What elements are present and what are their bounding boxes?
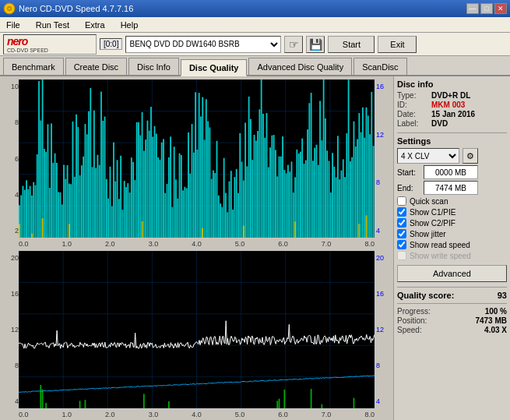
menu-help[interactable]: Help (118, 19, 142, 31)
quick-scan-checkbox[interactable] (397, 196, 406, 206)
show-c2-pif-row: Show C2/PIF (397, 218, 507, 228)
start-row: Start: 0000 MB (397, 165, 507, 179)
show-c2-pif-checkbox[interactable] (397, 218, 406, 228)
show-c2-pif-label: Show C2/PIF (410, 219, 455, 228)
progress-value: 100 % (485, 307, 507, 316)
drive-dropdown[interactable]: BENQ DVD DD DW1640 BSRB (125, 36, 281, 53)
tab-scan-disc[interactable]: ScanDisc (353, 58, 406, 75)
speed-label: Speed: (397, 326, 422, 334)
start-button[interactable]: Start (328, 36, 375, 53)
top-y-axis-right: 161284 (375, 79, 390, 238)
nero-logo: nero CD-DVD SPEED (3, 34, 97, 55)
quality-score-value: 93 (498, 291, 507, 300)
bottom-chart (19, 251, 375, 408)
disc-info-title: Disc info (397, 79, 507, 89)
disc-id-label: ID: (397, 101, 428, 109)
show-read-speed-row: Show read speed (397, 240, 507, 249)
disc-date-row: Date: 15 Jan 2016 (397, 110, 507, 118)
title-text: Nero CD-DVD Speed 4.7.7.16 (19, 4, 133, 13)
fingerprint-button[interactable]: ☞ (284, 36, 303, 53)
tab-advanced-disc-quality[interactable]: Advanced Disc Quality (248, 58, 352, 75)
position-label: Position: (397, 316, 427, 325)
end-row: End: (397, 181, 507, 195)
tab-disc-quality[interactable]: Disc Quality (181, 59, 248, 76)
show-read-speed-label: Show read speed (410, 241, 470, 249)
nero-product: CD-DVD SPEED (7, 48, 48, 53)
show-jitter-row: Show jitter (397, 229, 507, 238)
app-icon (3, 2, 16, 15)
quality-score-label: Quality score: (397, 291, 454, 300)
quality-score-row: Quality score: 93 (397, 291, 507, 300)
bottom-x-axis: 0.01.02.03.04.05.06.07.08.0 (3, 411, 390, 418)
bottom-y-axis-left: 20161284 (3, 251, 19, 408)
tab-create-disc[interactable]: Create Disc (65, 58, 127, 75)
quick-scan-row: Quick scan (397, 196, 507, 206)
drive-label: [0:0] (100, 38, 122, 50)
disc-type-row: Type: DVD+R DL (397, 91, 507, 100)
progress-label: Progress: (397, 307, 431, 316)
nero-brand: nero (7, 35, 48, 48)
show-jitter-checkbox[interactable] (397, 229, 406, 238)
position-row: Position: 7473 MB (397, 316, 507, 325)
show-c1-pie-checkbox[interactable] (397, 207, 406, 217)
exit-button[interactable]: Exit (378, 36, 417, 53)
disc-info-section: Disc info Type: DVD+R DL ID: MKM 003 Dat… (397, 79, 507, 128)
main-content: 108642 161284 0.01.02.03.04.05.06.07.08.… (0, 76, 510, 420)
save-button[interactable]: 💾 (306, 36, 325, 53)
show-c1-pie-label: Show C1/PIE (410, 208, 455, 217)
speed-row: 4 X CLV ⚙ (397, 148, 507, 164)
disc-type-label: Type: (397, 91, 428, 100)
tabs: Benchmark Create Disc Disc Info Disc Qua… (0, 56, 510, 76)
disc-label-value: DVD (431, 119, 448, 128)
disc-id-row: ID: MKM 003 (397, 101, 507, 109)
start-input[interactable]: 0000 MB (424, 165, 478, 179)
menu-run-test[interactable]: Run Test (33, 19, 72, 31)
svg-point-2 (9, 8, 11, 10)
advanced-button[interactable]: Advanced (397, 265, 507, 282)
settings-section: Settings 4 X CLV ⚙ Start: 0000 MB End: Q… (397, 136, 507, 282)
start-label: Start: (397, 168, 420, 177)
quick-scan-label: Quick scan (410, 197, 448, 206)
disc-id-value: MKM 003 (431, 101, 465, 109)
disc-label-label: Label: (397, 119, 428, 128)
settings-icon-button[interactable]: ⚙ (463, 148, 478, 164)
show-write-speed-row: Show write speed (397, 251, 507, 260)
end-input[interactable] (424, 181, 478, 195)
progress-row: Progress: 100 % (397, 307, 507, 316)
top-chart (19, 79, 375, 238)
disc-date-label: Date: (397, 110, 428, 118)
divider-2 (397, 287, 507, 288)
show-write-speed-checkbox[interactable] (397, 251, 406, 260)
tab-benchmark[interactable]: Benchmark (3, 58, 64, 75)
menu-bar: File Run Test Extra Help (0, 17, 510, 33)
show-c1-pie-row: Show C1/PIE (397, 207, 507, 217)
disc-date-value: 15 Jan 2016 (431, 110, 475, 118)
toolbar: nero CD-DVD SPEED [0:0] BENQ DVD DD DW16… (0, 33, 510, 56)
tab-disc-info[interactable]: Disc Info (128, 58, 179, 75)
minimize-button[interactable]: — (466, 3, 479, 14)
show-jitter-label: Show jitter (410, 230, 446, 238)
top-chart-canvas (19, 79, 375, 238)
title-bar: Nero CD-DVD Speed 4.7.7.16 — □ ✕ (0, 0, 510, 17)
top-chart-wrapper: 108642 161284 (3, 79, 390, 238)
menu-extra[interactable]: Extra (82, 19, 108, 31)
menu-file[interactable]: File (3, 19, 23, 31)
right-panel: Disc info Type: DVD+R DL ID: MKM 003 Dat… (393, 76, 510, 420)
close-button[interactable]: ✕ (494, 3, 507, 14)
drive-selector: [0:0] BENQ DVD DD DW1640 BSRB (100, 36, 281, 53)
maximize-button[interactable]: □ (480, 3, 493, 14)
bottom-y-axis-right: 20161284 (375, 251, 390, 408)
bottom-chart-canvas (19, 251, 375, 408)
speed-select[interactable]: 4 X CLV (397, 148, 459, 164)
speed-row-progress: Speed: 4.03 X (397, 326, 507, 334)
disc-type-value: DVD+R DL (431, 91, 470, 100)
speed-value: 4.03 X (484, 326, 507, 334)
position-value: 7473 MB (475, 316, 507, 325)
settings-title: Settings (397, 136, 507, 146)
chart-area: 108642 161284 0.01.02.03.04.05.06.07.08.… (0, 76, 393, 420)
top-y-axis-left: 108642 (3, 79, 19, 238)
show-write-speed-label: Show write speed (410, 252, 471, 260)
end-label: End: (397, 184, 420, 192)
show-read-speed-checkbox[interactable] (397, 240, 406, 249)
top-x-axis: 0.01.02.03.04.05.06.07.08.0 (3, 240, 390, 248)
